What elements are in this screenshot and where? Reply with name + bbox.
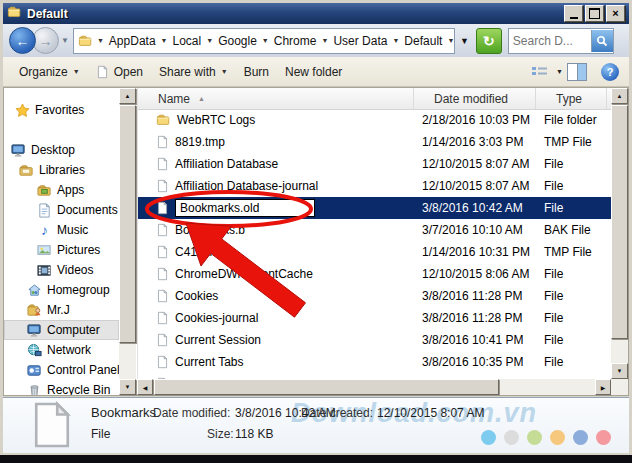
sidebar-item-control-panel[interactable]: Control Panel <box>4 360 119 380</box>
breadcrumb-chevron-icon[interactable]: ▼ <box>204 37 215 44</box>
file-rows: WebRTC Logs2/18/2016 10:03 PMFile folder… <box>138 109 611 379</box>
preview-pane-button[interactable] <box>567 63 587 81</box>
recent-pages-chevron-icon[interactable]: ▼ <box>61 36 69 45</box>
breadcrumb-chevron-icon[interactable]: ▼ <box>390 37 401 44</box>
sidebar-item-apps[interactable]: Apps <box>4 180 119 200</box>
breadcrumb-chevron-icon[interactable]: ▼ <box>319 37 330 44</box>
share-with-button[interactable]: Share with▼ <box>151 61 236 83</box>
scroll-down-icon[interactable]: ▼ <box>611 363 628 379</box>
list-horizontal-scrollbar[interactable]: ◀ ▶ <box>137 379 611 395</box>
views-chevron-icon[interactable]: ▼ <box>556 68 563 75</box>
sidebar-item-documents[interactable]: Documents <box>4 200 119 220</box>
list-scroll-thumb[interactable] <box>611 105 628 339</box>
sidebar-item-music[interactable]: ♪Music <box>4 220 119 240</box>
forward-button[interactable]: → <box>32 27 59 54</box>
file-name: Current Session <box>175 333 261 347</box>
breadcrumb-segment[interactable]: Local <box>170 34 205 48</box>
table-row[interactable]: 8819.tmp1/14/2016 3:03 PMTMP File <box>138 131 611 153</box>
table-row[interactable]: Affiliation Database-journal12/10/2015 8… <box>138 175 611 197</box>
explorer-window: Default × ← → ▼ ▼AppData▼Local▼Google▼Ch… <box>0 0 632 463</box>
sidebar-item-mr-j[interactable]: Mr.J <box>4 300 119 320</box>
watermark-dots <box>481 430 619 445</box>
sidebar-item-label: Recycle Bin <box>47 383 110 395</box>
table-row[interactable]: Affiliation Database12/10/2015 8:07 AMFi… <box>138 153 611 175</box>
breadcrumb-chevron-icon[interactable]: ▼ <box>95 37 106 44</box>
column-headers: Name▲Date modifiedType <box>138 88 611 110</box>
file-name: Affiliation Database-journal <box>175 179 318 193</box>
sidebar-item-libraries[interactable]: Libraries <box>4 160 119 180</box>
refresh-button[interactable]: ↻ <box>476 28 502 54</box>
column-header-name[interactable]: Name▲ <box>138 88 414 109</box>
control-panel-icon <box>26 363 43 378</box>
breadcrumb-chevron-icon[interactable]: ▼ <box>159 37 170 44</box>
window-bottom-edge <box>0 455 632 463</box>
table-row[interactable]: Current Session3/8/2016 10:41 PMFile <box>138 329 611 351</box>
address-dropdown-icon[interactable]: ▼ <box>455 36 476 46</box>
table-row[interactable]: Bookmarks.b3/7/2016 10:10 AMBAK File <box>138 219 611 241</box>
new-folder-button[interactable]: New folder <box>277 61 350 83</box>
sidebar-item-homegroup[interactable]: Homegroup <box>4 280 119 300</box>
column-header-type[interactable]: Type <box>536 88 607 109</box>
sidebar-item-network[interactable]: Network <box>4 340 119 360</box>
table-row[interactable]: C411.tmp1/14/2016 10:31 PMTMP File <box>138 241 611 263</box>
burn-button[interactable]: Burn <box>236 61 277 83</box>
file-type: File <box>536 157 607 171</box>
sidebar-scroll-thumb[interactable] <box>119 105 136 343</box>
column-header-date-modified[interactable]: Date modified <box>414 88 536 109</box>
column-label: Type <box>556 92 582 106</box>
sidebar-item-pictures[interactable]: Pictures <box>4 240 119 260</box>
breadcrumb-segment[interactable]: Chrome <box>271 34 320 48</box>
watermark-dot <box>481 430 496 445</box>
date-created-label: Date created: <box>301 406 373 420</box>
scroll-right-icon[interactable]: ▶ <box>595 379 611 395</box>
maximize-icon <box>589 8 600 19</box>
breadcrumb-segment[interactable]: Google <box>215 34 260 48</box>
table-row[interactable]: Cookies-journal3/8/2016 11:28 PMFile <box>138 307 611 329</box>
table-row[interactable]: WebRTC Logs2/18/2016 10:03 PMFile folder <box>138 109 611 131</box>
table-row[interactable]: Cookies3/8/2016 11:28 PMFile <box>138 285 611 307</box>
file-icon <box>156 289 169 303</box>
sidebar-item-desktop[interactable]: Desktop <box>4 140 119 160</box>
breadcrumb[interactable]: ▼AppData▼Local▼Google▼Chrome▼User Data▼D… <box>73 28 455 54</box>
minimize-button[interactable] <box>564 5 583 22</box>
star-icon <box>14 103 31 118</box>
sidebar-item-videos[interactable]: Videos <box>4 260 119 280</box>
table-row[interactable]: Current Tabs3/8/2016 10:35 PMFile <box>138 351 611 373</box>
change-view-button[interactable] <box>531 65 548 79</box>
hscroll-thumb[interactable] <box>154 379 499 395</box>
scroll-down-icon[interactable]: ▼ <box>119 379 136 395</box>
scroll-up-icon[interactable]: ▲ <box>611 88 628 104</box>
file-icon <box>156 201 169 215</box>
file-icon <box>156 245 169 259</box>
open-button[interactable]: Open <box>88 61 151 83</box>
scroll-up-icon[interactable]: ▲ <box>119 88 136 104</box>
sidebar-scrollbar[interactable]: ▲ ▼ <box>119 88 136 395</box>
sidebar-item-label: Homegroup <box>47 283 110 297</box>
breadcrumb-chevron-icon[interactable]: ▼ <box>260 37 271 44</box>
list-vertical-scrollbar[interactable]: ▲ ▼ <box>611 88 628 379</box>
breadcrumb-segment[interactable]: User Data <box>330 34 390 48</box>
sidebar-item-recycle-bin[interactable]: Recycle Bin <box>4 380 119 395</box>
page-icon <box>96 65 109 79</box>
breadcrumb-segment[interactable]: AppData <box>106 34 159 48</box>
breadcrumb-segment[interactable]: Default <box>401 34 445 48</box>
back-button[interactable]: ← <box>9 27 36 54</box>
close-button[interactable]: × <box>606 5 625 22</box>
organize-button[interactable]: Organize▼ <box>11 61 88 83</box>
table-row[interactable]: ChromeDWriteFontCache12/10/2015 8:06 AMF… <box>138 263 611 285</box>
film-icon <box>36 263 53 278</box>
file-name: Current Tabs <box>175 355 243 369</box>
search-input[interactable] <box>509 34 591 48</box>
sidebar-item-computer[interactable]: Computer <box>4 320 119 340</box>
help-button[interactable]: ? <box>601 63 619 81</box>
table-row[interactable]: Bookmarks.old3/8/2016 10:42 AMFile <box>138 197 611 219</box>
breadcrumb-chevron-icon[interactable]: ▼ <box>445 37 455 44</box>
search-icon[interactable] <box>591 30 613 52</box>
sidebar-item-favorites[interactable]: Favorites <box>4 100 119 120</box>
file-type: File <box>536 179 607 193</box>
picture-icon <box>36 243 53 258</box>
rename-edit-box[interactable]: Bookmarks.old <box>175 199 315 217</box>
maximize-button[interactable] <box>585 5 604 22</box>
file-name: Bookmarks.b <box>175 223 245 237</box>
scroll-left-icon[interactable]: ◀ <box>137 379 153 395</box>
